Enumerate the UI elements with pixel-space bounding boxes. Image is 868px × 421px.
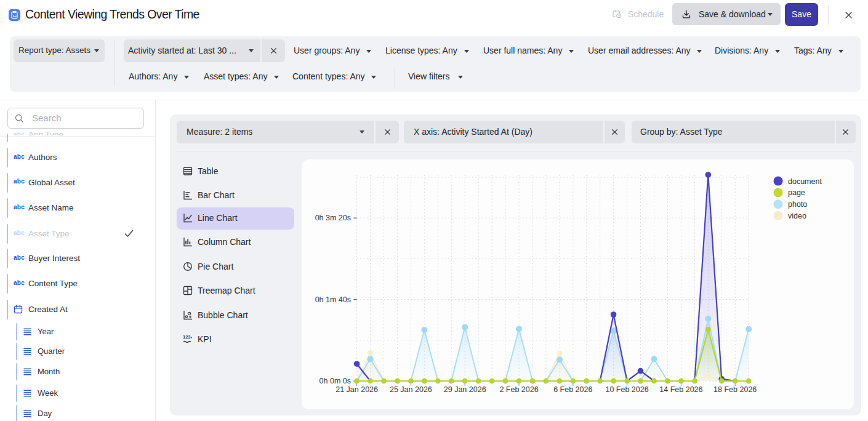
svg-text:0h 0m 0s: 0h 0m 0s xyxy=(319,377,351,385)
svg-text:25 Jan 2026: 25 Jan 2026 xyxy=(390,385,432,394)
svg-text:18 Feb 2026: 18 Feb 2026 xyxy=(713,385,757,394)
svg-text:0h 1m 40s: 0h 1m 40s xyxy=(315,295,351,304)
svg-text:photo: photo xyxy=(788,200,807,209)
svg-text:6 Feb 2026: 6 Feb 2026 xyxy=(553,385,592,394)
svg-text:29 Jan 2026: 29 Jan 2026 xyxy=(444,385,486,394)
svg-text:0h 3m 20s: 0h 3m 20s xyxy=(315,214,351,222)
svg-text:21 Jan 2026: 21 Jan 2026 xyxy=(336,385,378,394)
svg-text:page: page xyxy=(788,188,805,197)
svg-text:document: document xyxy=(788,177,822,186)
svg-text:14 Feb 2026: 14 Feb 2026 xyxy=(659,385,702,394)
svg-text:2 Feb 2026: 2 Feb 2026 xyxy=(499,385,538,394)
svg-text:video: video xyxy=(788,212,806,220)
svg-text:10 Feb 2026: 10 Feb 2026 xyxy=(605,385,648,394)
svg-text:123: 123 xyxy=(183,334,191,340)
